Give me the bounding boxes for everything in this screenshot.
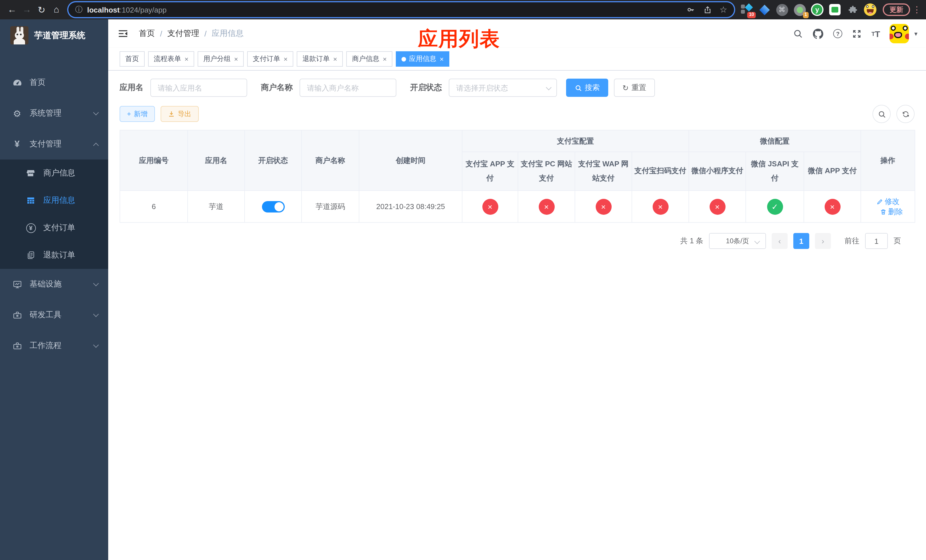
browser-reload-icon[interactable]: ↻ [34, 2, 49, 17]
sidebar-item-label: 退款订单 [43, 250, 98, 260]
col-group-wechat: 微信配置 [689, 130, 861, 152]
page-size-select[interactable]: 10条/页 [709, 233, 766, 249]
sidebar-item-system[interactable]: ⚙ 系统管理 [0, 98, 108, 129]
sidebar-collapse-icon[interactable] [117, 28, 129, 39]
breadcrumb-separator: / [204, 29, 207, 38]
goto-page-input[interactable] [865, 233, 888, 249]
tab-process-form[interactable]: 流程表单× [148, 51, 194, 67]
font-size-icon[interactable]: TT [872, 29, 880, 38]
close-icon[interactable]: × [440, 55, 443, 63]
next-page-button[interactable]: › [815, 233, 831, 249]
add-button[interactable]: + 新增 [120, 106, 155, 122]
sidebar-item-payment[interactable]: ¥ 支付管理 [0, 129, 108, 159]
close-icon[interactable]: × [333, 55, 337, 63]
yuan-circle-icon: ¥ [25, 223, 36, 233]
browser-update-button[interactable]: 更新 [883, 3, 910, 16]
site-info-icon[interactable]: ⓘ [75, 5, 83, 15]
app-title: 芋道管理系统 [34, 30, 85, 41]
tab-user-group[interactable]: 用户分组× [198, 51, 244, 67]
sidebar-item-label: 商户信息 [43, 168, 98, 178]
delete-link[interactable]: 删除 [879, 206, 903, 217]
status-toggle[interactable] [262, 201, 284, 212]
close-icon[interactable]: × [185, 55, 189, 63]
fullscreen-icon[interactable] [852, 29, 862, 38]
active-dot [401, 57, 406, 61]
url-path: :1024/pay/app [120, 5, 166, 14]
user-avatar[interactable] [890, 24, 909, 43]
browser-forward-icon[interactable]: → [20, 2, 34, 17]
close-icon[interactable]: × [234, 55, 238, 63]
chevron-down-icon [93, 110, 99, 115]
sidebar-item-workflow[interactable]: 工作流程 [0, 330, 108, 361]
hide-search-button[interactable] [873, 105, 891, 123]
sidebar-item-label: 研发工具 [30, 310, 94, 320]
export-button[interactable]: 导出 [160, 106, 199, 122]
address-bar[interactable]: ⓘ localhost:1024/pay/app ☆ [68, 2, 734, 17]
tab-home[interactable]: 首页 [120, 51, 145, 67]
extension-y-icon[interactable]: y [810, 3, 824, 17]
sidebar-item-merchant-info[interactable]: 商户信息 [0, 159, 108, 187]
extensions-area: 10 ⌘ 1 y [740, 3, 877, 17]
refresh-table-button[interactable] [896, 105, 915, 123]
sidebar-item-dev-tools[interactable]: 研发工具 [0, 300, 108, 330]
sidebar-item-pay-order[interactable]: ¥ 支付订单 [0, 214, 108, 242]
sidebar-item-label: 基础设施 [30, 279, 94, 289]
share-icon[interactable] [703, 5, 711, 14]
status-select-input[interactable] [449, 79, 557, 97]
prev-page-button[interactable]: ‹ [772, 233, 788, 249]
document-icon [25, 251, 36, 260]
tab-app-info[interactable]: 应用信息× [396, 51, 449, 67]
search-form: 应用名 商户名称 开启状态 搜索 ↻ [120, 79, 915, 97]
extensions-puzzle-icon[interactable] [846, 3, 859, 17]
avatar-caret-icon[interactable]: ▾ [914, 30, 917, 37]
breadcrumb-payment[interactable]: 支付管理 [168, 29, 199, 39]
tab-pay-order[interactable]: 支付订单× [247, 51, 293, 67]
breadcrumb-home[interactable]: 首页 [139, 29, 155, 39]
chevron-down-icon [93, 311, 99, 317]
sidebar-item-refund-order[interactable]: 退款订单 [0, 242, 108, 269]
sidebar-item-app-info[interactable]: 应用信息 [0, 187, 108, 214]
help-icon[interactable]: ? [833, 29, 842, 38]
extension-badge: 1 [803, 12, 809, 18]
merchant-name-label: 商户名称 [261, 83, 293, 93]
col-header-created: 创建时间 [359, 130, 462, 191]
sidebar-item-home[interactable]: 首页 [0, 67, 108, 98]
sidebar-item-label: 支付管理 [30, 139, 94, 149]
browser-back-icon[interactable]: ← [5, 2, 20, 17]
status-select[interactable] [449, 79, 557, 97]
app-logo[interactable]: 芋道管理系统 [0, 20, 108, 51]
password-key-icon[interactable] [686, 5, 695, 14]
page-number-1[interactable]: 1 [793, 233, 809, 249]
close-icon[interactable]: × [383, 55, 387, 63]
channel-status-badge: × [595, 198, 611, 215]
col-header-merchant: 商户名称 [301, 130, 359, 191]
url-text: localhost:1024/pay/app [87, 5, 166, 14]
extension-command-icon[interactable]: ⌘ [775, 3, 789, 17]
col-header-alipay-app: 支付宝 APP 支付 [462, 152, 518, 191]
extension-chat-icon[interactable] [828, 3, 842, 17]
bookmark-star-icon[interactable]: ☆ [720, 5, 727, 15]
extension-proxy-icon[interactable]: 1 [793, 3, 806, 17]
app-name-input[interactable] [150, 79, 247, 97]
reset-button[interactable]: ↻ 重置 [614, 79, 655, 97]
top-navbar: 首页 / 支付管理 / 应用信息 ? [108, 20, 926, 48]
merchant-name-input[interactable] [300, 79, 396, 97]
extension-pinned-icon[interactable]: 10 [740, 3, 754, 17]
tab-refund-order[interactable]: 退款订单× [297, 51, 343, 67]
edit-link[interactable]: 修改 [876, 196, 900, 206]
browser-menu-icon[interactable]: ⋮ [912, 5, 921, 15]
sidebar-item-infrastructure[interactable]: 基础设施 [0, 269, 108, 300]
search-button[interactable]: 搜索 [566, 79, 608, 97]
profile-avatar-icon[interactable] [863, 3, 877, 17]
tab-merchant-info[interactable]: 商户信息× [346, 51, 392, 67]
col-header-alipay-wap: 支付宝 WAP 网站支付 [575, 152, 632, 191]
extension-diamond-icon[interactable] [757, 3, 771, 17]
search-icon[interactable] [793, 29, 803, 39]
sidebar-item-label: 系统管理 [30, 108, 94, 118]
url-host: localhost [87, 5, 120, 14]
breadcrumb-current: 应用信息 [212, 29, 244, 39]
col-header-actions: 操作 [861, 130, 915, 191]
github-icon[interactable] [813, 28, 823, 39]
browser-home-icon[interactable]: ⌂ [49, 2, 64, 17]
close-icon[interactable]: × [284, 55, 287, 63]
